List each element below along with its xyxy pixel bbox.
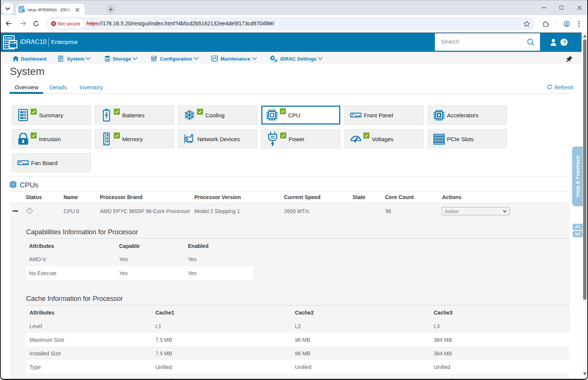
svg-text:?: ? [28,209,31,213]
